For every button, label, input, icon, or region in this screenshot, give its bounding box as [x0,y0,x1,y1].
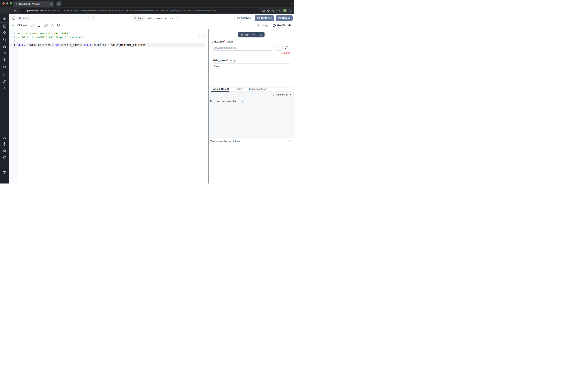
use-vscode-button[interactable]: Use VScode [273,24,291,27]
focus-target-icon [260,33,262,36]
collapse-panel-icon[interactable] [211,32,214,36]
tab-close-icon[interactable]: ✕ [50,3,52,5]
browser-tab[interactable]: New Script | Windmill ✕ [13,1,54,7]
sidebar-bottom-group [3,136,6,184]
test-button[interactable]: Test ⌘↵ [238,32,257,37]
tab-title: New Script | Windmill [19,3,49,5]
url-text: app.windmill.dev/scripts/add#JTdCJTIyaGF… [26,9,218,12]
edit-title-pencil-icon[interactable] [92,17,94,19]
new-tab-button[interactable]: + [56,1,61,6]
extensions-puzzle-icon[interactable] [272,9,275,12]
deploy-button[interactable]: Deploy [276,15,293,21]
result-tabs: Logs & Result History Trigger captures [209,87,294,92]
sidebar-item-favorites-star-icon[interactable] [3,31,6,34]
draft-label: Draft [261,17,267,19]
required-error-text: Required [212,52,291,54]
sidebar-item-search-icon[interactable] [3,38,6,41]
browser-toolbar: ← → ⟳ app.windmill.dev/scripts/add#JTdCJ… [0,7,294,14]
ai-assistant-button[interactable] [198,33,203,39]
diff-icon: ± [38,24,40,27]
address-bar[interactable]: app.windmill.dev/scripts/add#JTdCJTIyaGF… [20,8,260,13]
postgresql-elephant-icon [12,16,16,20]
sidebar-item-logs-list-icon[interactable] [3,162,6,166]
code-line[interactable]: 3 [9,39,205,43]
sidebar-item-home-icon[interactable] [3,45,6,48]
sidebar-item-variables-dollar-icon[interactable] [3,58,6,62]
script-path-chip[interactable]: Path u/henri/magical_script [132,15,180,21]
table-name-input[interactable] [212,64,291,69]
sidebar-item-add-plus-icon[interactable] [3,86,6,90]
tab-trigger-captures[interactable]: Trigger captures [249,88,267,92]
tab-search-chevron-icon[interactable]: ⌄ [291,2,293,4]
sidebar-item-workspace[interactable] [3,24,6,28]
zoom-window-button[interactable] [10,2,12,5]
sidebar-item-settings-gear-icon[interactable] [3,142,6,146]
test-button-group: Test ⌘↵ [238,32,265,37]
expand-icon[interactable] [273,93,275,96]
window-controls[interactable] [2,2,12,5]
workspace: 1-- :daily_minimum_calories (int)2-- %%t… [9,29,294,184]
windmill-logo-icon[interactable] [2,17,7,21]
sidebar-item-folders-icon[interactable] [3,156,6,159]
sidebar-expand-arrow-icon[interactable] [3,177,6,181]
draft-button[interactable]: Draft ⌘S [255,15,274,21]
sidebar-item-resources-cubes-icon[interactable] [3,65,6,68]
tab-logs-result[interactable]: Logs & Result [212,88,229,92]
test-label: Test [244,33,249,36]
save-icon [257,17,260,19]
refresh-icon [17,24,20,27]
sidebar-item-routes-icon[interactable] [3,80,6,83]
auto-scroll-control[interactable]: Auto scroll ✓ [273,93,292,96]
url-path: /scripts/add#JTdCJTIyaGFzaCUyMiUzQSUyMiU… [43,9,218,12]
test-shortcut: ⌘↵ [251,33,255,36]
close-window-button[interactable] [2,2,5,5]
draft-shortcut: ⌘S [268,17,272,19]
bookmark-star-icon[interactable] [267,9,270,12]
reload-button[interactable]: ⟳ [13,9,17,12]
multiplayer-toggle[interactable] [43,24,48,27]
site-settings-icon[interactable] [20,8,25,13]
info-icon[interactable] [289,140,292,143]
reset-button[interactable]: Reset [17,24,27,27]
settings-button[interactable]: Settings [235,15,253,21]
library-label: Library [260,24,268,27]
toolbar-separator [276,9,277,12]
database-resource-input[interactable] [212,45,273,50]
minimize-window-button[interactable] [6,2,8,5]
editor-toolbar: Reset ± [9,22,294,29]
editor-minimap[interactable] [205,29,209,184]
script-summary-input[interactable]: Untitled [17,15,96,21]
sidebar-item-runs-play-icon[interactable] [3,51,6,55]
sidebar-item-help-icon[interactable] [3,171,6,174]
script-title: Untitled [19,17,92,20]
code-line[interactable]: 1-- :daily_minimum_calories (int) [9,32,205,35]
code-editor[interactable]: 1-- :daily_minimum_calories (int)2-- %%t… [9,29,209,184]
code-lines: 1-- :daily_minimum_calories (int)2-- %%t… [9,32,205,47]
edit-path-pencil-icon [134,17,136,19]
diff-mode-toggle[interactable] [30,24,35,27]
tab-history[interactable]: History [235,88,243,92]
add-resource-button[interactable]: + [275,45,283,50]
deploy-label: Deploy [282,17,290,19]
sidebar-item-workers-user-icon[interactable] [3,136,6,139]
back-button[interactable]: ← [2,9,6,12]
auto-scroll-label: Auto scroll [277,93,288,96]
code-line[interactable]: 4SELECT name, calories FROM %%table_name… [9,43,205,47]
capture-focus-button[interactable] [258,32,265,37]
use-vscode-label: Use VScode [277,24,291,27]
sidebar-item-ai-robot-icon[interactable] [3,149,6,152]
forward-button[interactable]: → [7,9,12,12]
field-type: string [230,59,235,62]
editor-settings-gear-icon[interactable] [57,24,60,27]
refresh-resource-icon[interactable] [285,46,288,49]
multiplayer-users-icon [51,24,54,27]
library-button[interactable]: Library [256,24,268,27]
profile-avatar[interactable] [283,8,287,13]
browser-menu-icon[interactable]: ⋮ [289,9,292,12]
code-line[interactable]: 2-- %%table_name%% fruits/vegetables/cer… [9,35,205,39]
downloads-icon[interactable] [278,9,281,12]
required-asterisk: * [227,59,228,62]
zoom-page-icon[interactable] [262,9,265,12]
sidebar-divider [0,22,9,23]
sidebar-item-schedules-calendar-icon[interactable] [3,73,6,77]
